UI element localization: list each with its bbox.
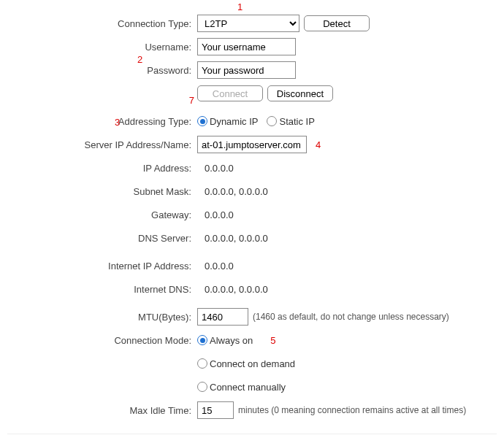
connect-button[interactable]: Connect <box>197 85 263 101</box>
value-ip-address: 0.0.0.0 <box>197 163 234 174</box>
hint-max-idle: minutes (0 meaning connection remains ac… <box>238 405 466 415</box>
annotation-4: 4 <box>316 139 321 150</box>
radio-icon <box>267 116 277 126</box>
radio-label-demand: Connect on demand <box>210 358 295 369</box>
radio-label-manually: Connect manually <box>210 382 286 393</box>
row-ip-address: IP Address: 0.0.0.0 <box>7 159 497 177</box>
annotation-5: 5 <box>270 335 275 346</box>
label-addressing-type: 3 Addressing Type: <box>7 116 197 127</box>
server-ip-input[interactable] <box>197 136 307 153</box>
label-mtu: MTU(Bytes): <box>7 312 197 323</box>
value-internet-ip: 0.0.0.0 <box>197 261 234 272</box>
radio-icon <box>197 358 207 369</box>
password-input[interactable] <box>197 61 296 79</box>
radio-always-on[interactable]: Always on <box>197 335 253 346</box>
label-internet-dns: Internet DNS: <box>7 284 197 295</box>
connection-type-select[interactable]: L2TP <box>197 15 299 32</box>
label-internet-ip: Internet IP Address: <box>7 261 197 272</box>
row-connect-buttons: 7 Connect Disconnect <box>7 85 497 102</box>
annotation-2: 2 <box>137 54 142 65</box>
label-ip-address: IP Address: <box>7 163 197 174</box>
row-username: Username: <box>7 38 497 55</box>
row-internet-ip: Internet IP Address: 0.0.0.0 <box>7 257 497 274</box>
row-addressing-type: 3 Addressing Type: Dynamic IP Static IP <box>7 112 497 130</box>
label-gateway: Gateway: <box>7 209 197 220</box>
radio-manually[interactable]: Connect manually <box>197 382 286 393</box>
row-connection-mode: Connection Mode: Always on 5 <box>7 331 497 349</box>
value-gateway: 0.0.0.0 <box>197 209 234 220</box>
radio-on-demand[interactable]: Connect on demand <box>197 358 295 369</box>
row-subnet-mask: Subnet Mask: 0.0.0.0, 0.0.0.0 <box>7 182 497 200</box>
label-max-idle: Max Idle Time: <box>7 405 197 416</box>
disconnect-button[interactable]: Disconnect <box>267 85 333 101</box>
label-subnet-mask: Subnet Mask: <box>7 186 197 197</box>
wan-settings-form: Connection Type: 1 L2TP Detect Username:… <box>0 0 504 435</box>
radio-label-always: Always on <box>210 335 253 346</box>
hint-mtu: (1460 as default, do not change unless n… <box>253 312 449 322</box>
radio-icon <box>197 382 207 392</box>
detect-button[interactable]: Detect <box>304 15 370 31</box>
label-connection-type: Connection Type: <box>7 18 197 29</box>
label-server-ip: Server IP Address/Name: <box>7 139 197 150</box>
annotation-3: 3 <box>115 117 120 128</box>
value-dns-server: 0.0.0.0, 0.0.0.0 <box>197 233 268 244</box>
row-on-demand: Connect on demand <box>7 355 497 372</box>
mtu-input[interactable] <box>197 308 248 326</box>
username-input[interactable] <box>197 38 296 55</box>
row-server-ip: Server IP Address/Name: 4 <box>7 136 497 153</box>
radio-icon <box>197 116 207 126</box>
label-connection-mode: Connection Mode: <box>7 335 197 346</box>
value-subnet-mask: 0.0.0.0, 0.0.0.0 <box>197 186 268 197</box>
label-dns-server: DNS Server: <box>7 233 197 244</box>
row-max-idle: Max Idle Time: minutes (0 meaning connec… <box>7 401 497 419</box>
separator <box>7 434 497 434</box>
row-dns-server: DNS Server: 0.0.0.0, 0.0.0.0 <box>7 229 497 247</box>
row-connection-type: Connection Type: 1 L2TP Detect <box>7 15 497 32</box>
radio-dynamic-ip[interactable]: Dynamic IP <box>197 116 258 127</box>
row-mtu: MTU(Bytes): (1460 as default, do not cha… <box>7 308 497 326</box>
row-gateway: Gateway: 0.0.0.0 <box>7 206 497 223</box>
value-internet-dns: 0.0.0.0, 0.0.0.0 <box>197 284 268 295</box>
row-internet-dns: Internet DNS: 0.0.0.0, 0.0.0.0 <box>7 280 497 298</box>
row-password: 2 Password: <box>7 61 497 79</box>
annotation-1: 1 <box>237 1 243 12</box>
radio-icon <box>197 335 207 345</box>
label-password: 2 Password: <box>7 65 197 76</box>
radio-static-ip[interactable]: Static IP <box>267 116 314 127</box>
max-idle-input[interactable] <box>197 401 234 419</box>
annotation-7: 7 <box>189 95 194 106</box>
row-manually: Connect manually <box>7 378 497 396</box>
label-username: Username: <box>7 42 197 53</box>
radio-label-dynamic: Dynamic IP <box>210 116 258 127</box>
radio-label-static: Static IP <box>279 116 314 127</box>
